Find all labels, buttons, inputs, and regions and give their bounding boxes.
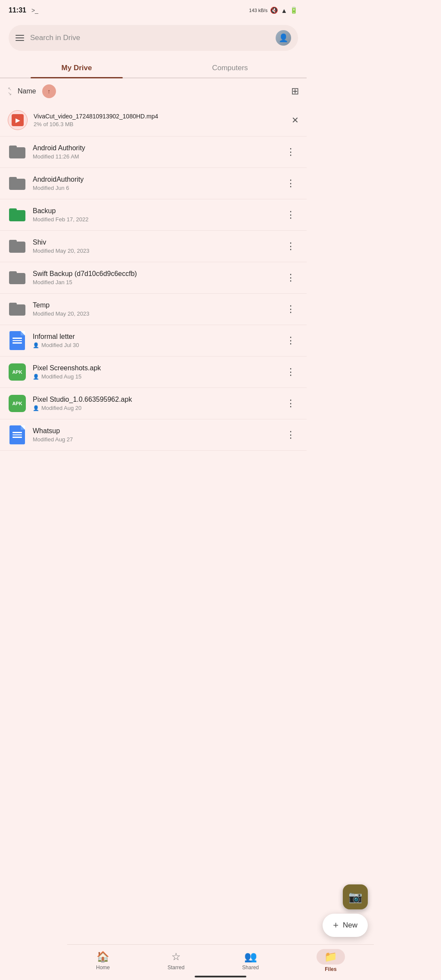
upload-filename: VivaCut_video_1724810913902_1080HD.mp4 (34, 113, 286, 120)
shared-icon: 👤 (33, 342, 39, 348)
apk-icon-pixel-studio: APK (8, 394, 27, 413)
file-meta: 👤 Modified Aug 15 (33, 373, 276, 380)
list-item: Shiv Modified May 20, 2023 ⋮ (0, 231, 307, 262)
sort-controls: ↖ ↘ Name ↑ (8, 84, 56, 98)
tab-my-drive[interactable]: My Drive (0, 57, 153, 78)
hamburger-menu[interactable] (16, 35, 24, 41)
upload-info: VivaCut_video_1724810913902_1080HD.mp4 2… (34, 113, 286, 127)
file-meta: Modified May 20, 2023 (33, 248, 276, 254)
hamburger-line-2 (16, 37, 24, 38)
hamburger-line-1 (16, 35, 24, 36)
avatar[interactable]: 👤 (276, 30, 291, 46)
file-info: Shiv Modified May 20, 2023 (33, 239, 276, 254)
file-meta: Modified Feb 17, 2022 (33, 216, 276, 223)
file-info: Android Authority Modified 11:26 AM (33, 144, 276, 160)
list-item: Temp Modified May 20, 2023 ⋮ (0, 294, 307, 325)
file-info: Whatsup Modified Aug 27 (33, 427, 276, 443)
nav-label-shared: Shared (242, 964, 259, 971)
file-meta: Modified Jun 6 (33, 185, 276, 191)
shared-nav-icon: 👥 (244, 951, 257, 963)
status-bar: 11:31 >_ 143 kB/s 🔇 ▲ 🔋 (0, 0, 307, 19)
file-name: Pixel Screenshots.apk (33, 364, 276, 372)
file-name: Whatsup (33, 427, 276, 435)
file-name: Pixel Studio_1.0.663595962.apk (33, 396, 276, 403)
star-icon: ☆ (171, 951, 181, 963)
doc-icon-informal-letter (8, 331, 27, 350)
doc-icon-whatsup (8, 425, 27, 444)
sort-ascending-button[interactable]: ↑ (42, 84, 56, 98)
more-options-button[interactable]: ⋮ (283, 333, 299, 348)
file-name: Informal letter (33, 333, 276, 341)
file-meta: Modified May 20, 2023 (33, 310, 276, 317)
more-options-button[interactable]: ⋮ (283, 365, 299, 379)
wifi-icon: ▲ (281, 7, 287, 14)
more-options-button[interactable]: ⋮ (283, 270, 299, 285)
nav-item-home[interactable]: 🏠 Home (96, 951, 110, 971)
list-item: APK Pixel Screenshots.apk 👤 Modified Aug… (0, 357, 307, 388)
file-info: Pixel Studio_1.0.663595962.apk 👤 Modifie… (33, 396, 276, 411)
file-info: Temp Modified May 20, 2023 (33, 301, 276, 317)
more-options-button[interactable]: ⋮ (283, 396, 299, 411)
more-options-button[interactable]: ⋮ (283, 302, 299, 316)
more-options-button[interactable]: ⋮ (283, 239, 299, 254)
folder-icon-shiv (8, 237, 27, 256)
folder-icon-androidauthority (8, 174, 27, 193)
search-container: Search in Drive 👤 (0, 19, 307, 57)
more-options-button[interactable]: ⋮ (283, 428, 299, 442)
nav-label-home: Home (96, 964, 110, 971)
grid-view-button[interactable]: ⊞ (291, 86, 299, 97)
folder-icon-android-authority (8, 143, 27, 161)
status-icons: 143 kB/s 🔇 ▲ 🔋 (249, 6, 298, 14)
terminal-icon: >_ (31, 7, 38, 14)
file-name: Backup (33, 207, 276, 215)
file-meta: 👤 Modified Jul 30 (33, 342, 276, 348)
list-item: Informal letter 👤 Modified Jul 30 ⋮ (0, 325, 307, 357)
file-meta: Modified Jan 15 (33, 279, 276, 285)
nav-item-starred[interactable]: ☆ Starred (168, 951, 184, 971)
home-icon: 🏠 (96, 951, 109, 963)
file-list: ▶ VivaCut_video_1724810913902_1080HD.mp4… (0, 104, 307, 451)
more-options-button[interactable]: ⋮ (283, 176, 299, 191)
close-upload-button[interactable]: ✕ (292, 115, 299, 125)
sort-name-label[interactable]: Name (18, 87, 36, 95)
file-info: Swift Backup (d7d10c6d9c6eccfb) Modified… (33, 270, 276, 285)
file-info: Informal letter 👤 Modified Jul 30 (33, 333, 276, 348)
search-placeholder[interactable]: Search in Drive (30, 34, 270, 42)
shared-icon: 👤 (33, 374, 39, 380)
list-item: Android Authority Modified 11:26 AM ⋮ (0, 136, 307, 168)
file-info: AndroidAuthority Modified Jun 6 (33, 176, 276, 191)
file-info: Pixel Screenshots.apk 👤 Modified Aug 15 (33, 364, 276, 380)
hamburger-line-3 (16, 40, 24, 41)
tab-computers[interactable]: Computers (153, 57, 307, 78)
home-indicator (195, 976, 246, 977)
list-item: Backup Modified Feb 17, 2022 ⋮ (0, 199, 307, 231)
battery-icon: 🔋 (290, 6, 298, 14)
file-name: AndroidAuthority (33, 176, 276, 183)
folder-icon-swift-backup (8, 268, 27, 287)
file-name: Swift Backup (d7d10c6d9c6eccfb) (33, 270, 276, 278)
more-options-button[interactable]: ⋮ (283, 145, 299, 159)
more-options-button[interactable]: ⋮ (283, 208, 299, 222)
sort-row: ↖ ↘ Name ↑ ⊞ (0, 78, 307, 104)
shared-icon: 👤 (33, 405, 39, 411)
mute-icon: 🔇 (270, 6, 278, 14)
up-arrow-icon: ↑ (47, 88, 50, 95)
folder-icon-temp (8, 300, 27, 319)
tabs-container: My Drive Computers (0, 57, 307, 78)
nav-item-shared[interactable]: 👥 Shared (242, 951, 259, 971)
folder-icon-backup (8, 205, 27, 224)
nav-label-starred: Starred (168, 964, 184, 971)
file-meta: Modified Aug 27 (33, 436, 276, 443)
upload-progress-text: 2% of 106.3 MB (34, 121, 286, 127)
file-name: Temp (33, 301, 276, 309)
list-item: APK Pixel Studio_1.0.663595962.apk 👤 Mod… (0, 388, 307, 419)
bottom-navigation: 🏠 Home ☆ Starred 👥 Shared 📁 Files (67, 944, 307, 980)
list-item: AndroidAuthority Modified Jun 6 ⋮ (0, 168, 307, 199)
file-meta: 👤 Modified Aug 20 (33, 405, 276, 411)
drag-sort-icon: ↖ ↘ (8, 87, 12, 96)
search-bar[interactable]: Search in Drive 👤 (9, 25, 298, 51)
file-info: Backup Modified Feb 17, 2022 (33, 207, 276, 223)
apk-icon-pixel-screenshots: APK (8, 363, 27, 381)
status-time: 11:31 (9, 6, 26, 14)
file-name: Shiv (33, 239, 276, 246)
